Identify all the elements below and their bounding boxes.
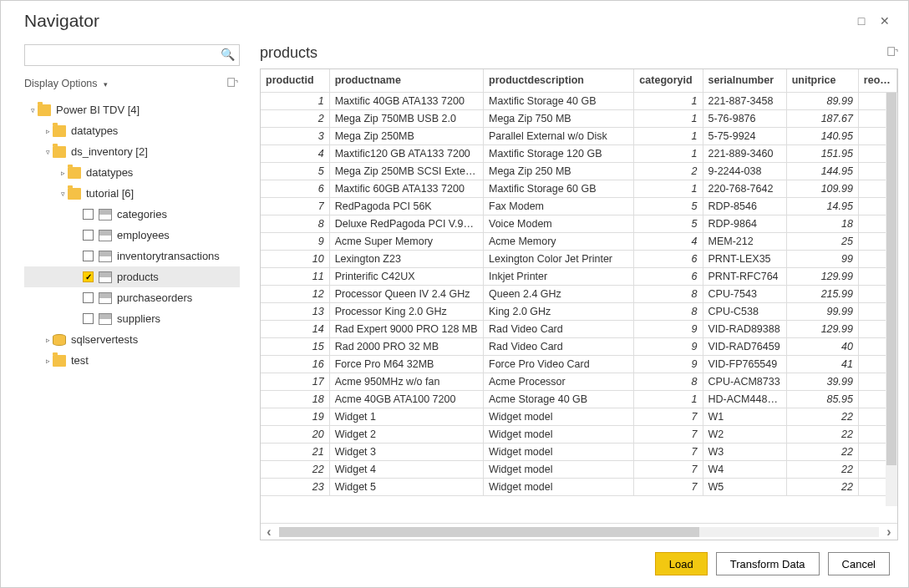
table-row[interactable]: 10Lexington Z23Lexington Color Jet Print… [261, 250, 897, 267]
table-row[interactable]: 8Deluxe RedPagoda PCI V.90 56KVoice Mode… [261, 215, 897, 232]
tree-checkbox[interactable] [83, 292, 94, 303]
close-icon[interactable]: ✕ [873, 14, 896, 28]
cell: CPU-C538 [703, 302, 786, 320]
tree-item-label: suppliers [117, 312, 160, 325]
tree-folder-item[interactable]: ▿ds_inventory [2] [24, 141, 240, 162]
tree-table-item[interactable]: suppliers [24, 308, 240, 329]
column-header[interactable]: productid [261, 69, 329, 92]
tree-table-item[interactable]: inventorytransactions [24, 246, 240, 266]
maximize-icon[interactable]: □ [850, 14, 873, 28]
data-grid: productidproductnameproductdescriptionca… [260, 68, 898, 540]
cell: 19 [261, 408, 329, 425]
column-header[interactable]: serialnumber [703, 69, 786, 92]
export-icon[interactable] [886, 46, 898, 60]
chevron-down-icon[interactable]: ▿ [43, 148, 53, 156]
tree-item-label: purchaseorders [117, 291, 192, 304]
chevron-down-icon[interactable]: ▿ [28, 106, 38, 114]
cell: Maxtific Storage 120 GB [484, 144, 634, 162]
tree-checkbox[interactable]: ✓ [83, 271, 94, 282]
tree-table-item[interactable]: purchaseorders [24, 287, 240, 308]
tree-checkbox[interactable] [83, 251, 94, 261]
table-row[interactable]: 1Maxtific 40GB ATA133 7200Maxtific Stora… [261, 92, 897, 109]
cell: 4 [634, 232, 703, 250]
column-header[interactable]: reorde [858, 69, 896, 92]
navigator-dialog: Navigator □ ✕ 🔍 Display Options ▾ [0, 0, 909, 588]
tree-folder-item[interactable]: ▿tutorial [6] [24, 183, 240, 204]
column-header[interactable]: productdescription [484, 69, 634, 92]
table-row[interactable]: 5Mega Zip 250MB SCSI ExternalMega Zip 25… [261, 162, 897, 180]
table-row[interactable]: 4Maxtific120 GB ATA133 7200Maxtific Stor… [261, 144, 897, 162]
tree-item-label: categories [117, 208, 167, 220]
cell: 22 [786, 425, 858, 443]
tree-root[interactable]: ▿ Power BI TDV [4] [24, 99, 240, 120]
table-row[interactable]: 15Rad 2000 PRO 32 MBRad Video Card9VID-R… [261, 337, 897, 355]
tree-table-item[interactable]: categories [24, 204, 240, 225]
table-row[interactable]: 12Processor Queen IV 2.4 GHzQueen 2.4 GH… [261, 285, 897, 302]
search-box: 🔍 [24, 44, 240, 66]
table-row[interactable]: 14Rad Expert 9000 PRO 128 MBRad Video Ca… [261, 320, 897, 337]
chevron-right-icon[interactable]: ▹ [43, 357, 53, 365]
cell: 13 [261, 302, 329, 320]
table-row[interactable]: 17Acme 950MHz w/o fanAcme Processor8CPU-… [261, 373, 897, 390]
table-row[interactable]: 22Widget 4Widget model7W422 [261, 460, 897, 478]
table-row[interactable]: 16Force Pro M64 32MBForce Pro Video Card… [261, 355, 897, 373]
tree-checkbox[interactable] [83, 209, 94, 220]
cell: Lexington Color Jet Printer [484, 250, 634, 267]
vertical-scrollbar[interactable] [886, 93, 897, 506]
table-row[interactable]: 3Mega Zip 250MBParallel External w/o Dis… [261, 127, 897, 144]
cell: 25 [786, 232, 858, 250]
tree-table-item[interactable]: ✓products [24, 266, 240, 287]
table-row[interactable]: 18Acme 40GB ATA100 7200Acme Storage 40 G… [261, 390, 897, 408]
scroll-right-icon[interactable]: › [881, 525, 897, 540]
cell: HD-ACM4483-2 [703, 390, 786, 408]
cell: Rad Video Card [484, 337, 634, 355]
tree-table-item[interactable]: employees [24, 225, 240, 246]
chevron-right-icon[interactable]: ▹ [58, 169, 68, 177]
table-row[interactable]: 6Maxtific 60GB ATA133 7200Maxtific Stora… [261, 180, 897, 197]
tree-folder-item[interactable]: ▹datatypes [24, 162, 240, 183]
table-row[interactable]: 11Printerific C42UXInkjet Printer6PRNT-R… [261, 267, 897, 285]
table-row[interactable]: 20Widget 2Widget model7W222 [261, 425, 897, 443]
column-header[interactable]: categoryid [634, 69, 703, 92]
navigation-tree[interactable]: ▿ Power BI TDV [4] ▹datatypes▿ds_invento… [24, 99, 240, 540]
column-header[interactable]: productname [329, 69, 483, 92]
table-row[interactable]: 21Widget 3Widget model7W322 [261, 443, 897, 460]
tree-checkbox[interactable] [83, 313, 94, 324]
cell: 220-768-7642 [703, 180, 786, 197]
transform-data-button[interactable]: Transform Data [716, 552, 820, 575]
svg-rect-1 [888, 48, 895, 56]
cell: 14 [261, 320, 329, 337]
tree-checkbox[interactable] [83, 230, 94, 241]
search-icon[interactable]: 🔍 [221, 48, 235, 61]
cell: Deluxe RedPagoda PCI V.90 56K [329, 215, 483, 232]
horizontal-scrollbar[interactable]: ‹ › [261, 523, 897, 540]
chevron-down-icon[interactable]: ▿ [58, 190, 68, 198]
search-input[interactable] [24, 44, 240, 66]
cell: 8 [634, 302, 703, 320]
display-options-dropdown[interactable]: Display Options ▾ [24, 78, 108, 89]
table-row[interactable]: 2Mega Zip 750MB USB 2.0Mega Zip 750 MB15… [261, 109, 897, 127]
table-row[interactable]: 9Acme Super MemoryAcme Memory4MEM-21225 [261, 232, 897, 250]
cell: 221-889-3460 [703, 144, 786, 162]
tree-folder-item[interactable]: ▹test [24, 350, 240, 371]
tree-folder-item[interactable]: ▹datatypes [24, 120, 240, 141]
table-row[interactable]: 19Widget 1Widget model7W122 [261, 408, 897, 425]
scroll-left-icon[interactable]: ‹ [261, 525, 277, 540]
cell: 11 [261, 267, 329, 285]
cancel-button[interactable]: Cancel [828, 552, 890, 575]
chevron-right-icon[interactable]: ▹ [43, 336, 53, 344]
refresh-icon[interactable] [225, 77, 240, 91]
chevron-right-icon[interactable]: ▹ [43, 127, 53, 135]
cell: 7 [634, 425, 703, 443]
column-header[interactable]: unitprice [786, 69, 858, 92]
cell: MEM-212 [703, 232, 786, 250]
spacer [73, 273, 83, 281]
table-row[interactable]: 23Widget 5Widget model7W522 [261, 478, 897, 495]
folder-icon [53, 146, 66, 158]
table-row[interactable]: 13Processor King 2.0 GHzKing 2.0 GHz8CPU… [261, 302, 897, 320]
tree-folder-item[interactable]: ▹sqlservertests [24, 329, 240, 350]
load-button[interactable]: Load [655, 552, 708, 575]
cell: 221-887-3458 [703, 92, 786, 109]
spacer [73, 252, 83, 261]
table-row[interactable]: 7RedPagoda PCI 56KFax Modem5RDP-854614.9… [261, 197, 897, 215]
